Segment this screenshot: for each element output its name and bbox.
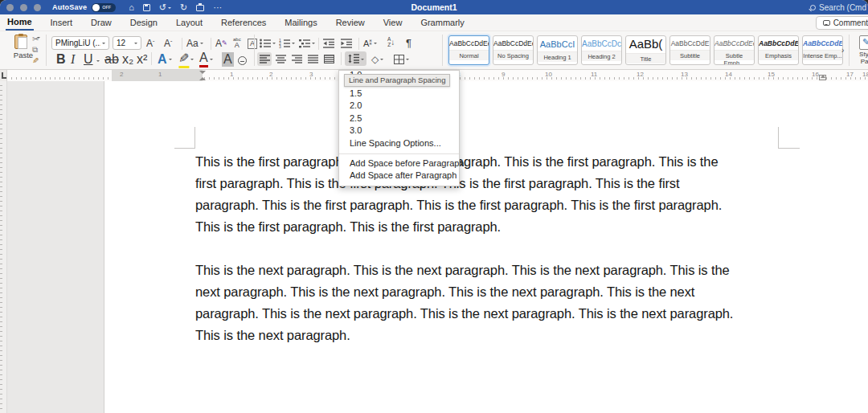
ruler-number: 13: [681, 71, 688, 78]
borders-button[interactable]: [394, 52, 409, 66]
align-center-button[interactable]: [273, 52, 288, 66]
subscript-glyph: x₂: [122, 52, 133, 67]
paragraph-next[interactable]: This is the next paragraph. This is the …: [195, 260, 733, 346]
tab-mailings[interactable]: Mailings: [283, 15, 318, 30]
ribbon: Paste ✂ ⧉ ✎ PMingLiU (... 12 Aˆ Aˇ Aa A✎: [0, 31, 868, 70]
style-heading-1[interactable]: AaBbCcI Heading 1: [537, 35, 578, 65]
sort-button[interactable]: A Z ↓: [387, 35, 395, 49]
ruler-margin-area: [112, 70, 203, 81]
phonetic-guide-button[interactable]: abc A: [233, 36, 241, 50]
document-page[interactable]: This is the first paragraph. This is the…: [104, 81, 868, 413]
bullet-list-button[interactable]: [260, 36, 276, 50]
vertical-ruler[interactable]: [0, 81, 7, 413]
font-size-select[interactable]: 12: [113, 36, 141, 50]
line-spacing-button[interactable]: [345, 51, 366, 66]
tab-references[interactable]: References: [219, 15, 268, 30]
autosave-toggle[interactable]: OFF: [92, 3, 116, 12]
font-color-button[interactable]: A: [199, 52, 213, 66]
menu-item-3-0[interactable]: 3.0: [339, 125, 459, 137]
style-subtle-emphasis[interactable]: AaBbCcDdEe Subtle Emph...: [714, 35, 755, 65]
style-sample: AaBbCcDdEe: [714, 39, 754, 47]
first-line-indent-marker[interactable]: [198, 71, 207, 80]
style-label: Emphasis: [759, 50, 798, 60]
more-styles-button[interactable]: ›: [841, 46, 844, 55]
undo-button[interactable]: ↺: [159, 3, 171, 12]
minimize-window-button[interactable]: [20, 4, 27, 11]
search-button[interactable]: Search (Cmd: [810, 0, 866, 14]
subscript-button[interactable]: x₂: [122, 52, 133, 66]
zoom-window-button[interactable]: [34, 4, 41, 11]
style-emphasis[interactable]: AaBbCcDdEe Emphasis: [758, 35, 799, 65]
character-shading-button[interactable]: A: [222, 52, 234, 66]
align-right-button[interactable]: [289, 52, 304, 66]
shading-button[interactable]: ◇: [371, 52, 383, 66]
tab-design[interactable]: Design: [129, 15, 159, 30]
search-icon: [810, 5, 816, 10]
window-controls: [6, 4, 41, 11]
style-normal[interactable]: AaBbCcDdEe Normal: [448, 35, 489, 65]
menu-item-add-space-after[interactable]: Add Space after Paragraph: [339, 170, 459, 182]
decrease-indent-button[interactable]: [323, 36, 334, 50]
menu-item-1-5[interactable]: 1.5: [339, 88, 459, 100]
style-intense-emphasis[interactable]: AaBbCcDdEe Intense Emp...: [802, 35, 843, 65]
clear-formatting-glyph: A: [215, 38, 222, 49]
style-no-spacing[interactable]: AaBbCcDdEe No Spacing: [493, 35, 534, 65]
show-paragraph-marks-button[interactable]: ¶: [406, 36, 411, 50]
styles-pane-button[interactable]: Styles Pane: [852, 35, 868, 65]
print-button[interactable]: [196, 3, 204, 11]
menu-item-2-0[interactable]: 2.0: [339, 100, 459, 112]
highlight-button[interactable]: ✎: [178, 52, 194, 66]
increase-indent-button[interactable]: [341, 36, 352, 50]
shrink-font-button[interactable]: Aˇ: [164, 36, 172, 50]
eraser-icon: ✎: [222, 39, 227, 47]
more-commands-button[interactable]: ···: [213, 3, 222, 12]
font-name-select[interactable]: PMingLiU (...: [51, 36, 109, 50]
clear-formatting-button[interactable]: A✎: [215, 36, 227, 50]
style-subtitle[interactable]: AaBbCcDdE Subtitle: [669, 35, 710, 65]
character-border-button[interactable]: A: [248, 37, 257, 51]
strikethrough-glyph: ab: [104, 52, 119, 67]
shrink-font-glyph: A: [164, 38, 170, 49]
right-indent-marker[interactable]: [819, 75, 826, 80]
style-heading-2[interactable]: AaBbCcDc Heading 2: [581, 35, 622, 65]
superscript-button[interactable]: x²: [137, 52, 147, 66]
enclose-characters-button[interactable]: [238, 54, 247, 67]
tab-layout[interactable]: Layout: [174, 15, 204, 30]
tab-insert[interactable]: Insert: [49, 15, 75, 30]
menu-item-2-5[interactable]: 2.5: [339, 112, 459, 125]
comments-button[interactable]: Comments: [816, 16, 868, 30]
tab-stop-selector[interactable]: [0, 70, 7, 81]
grow-font-button[interactable]: Aˆ: [146, 36, 154, 50]
format-painter-button[interactable]: ✎: [32, 56, 39, 65]
redo-button[interactable]: ↻: [180, 3, 187, 12]
save-icon[interactable]: [143, 4, 150, 11]
character-shading-glyph: A: [222, 52, 234, 67]
strikethrough-button[interactable]: ab: [104, 52, 119, 66]
asian-layout-button[interactable]: A ⁑: [363, 36, 377, 50]
justify-button[interactable]: [305, 52, 320, 66]
italic-button[interactable]: I: [71, 52, 75, 66]
title-bar: AutoSave OFF ⌂ ↺ ↻ ··· Document1 Search …: [0, 0, 868, 14]
bold-button[interactable]: B: [56, 52, 66, 66]
text-effects-button[interactable]: A: [158, 52, 172, 66]
numbered-list-button[interactable]: 123: [279, 36, 295, 50]
align-left-button[interactable]: [257, 52, 272, 66]
home-icon[interactable]: ⌂: [129, 3, 134, 12]
menu-item-line-spacing-options[interactable]: Line Spacing Options...: [339, 137, 459, 150]
distribute-text-button[interactable]: [321, 52, 336, 66]
cut-button[interactable]: ✂: [32, 35, 39, 43]
multilevel-list-button[interactable]: [299, 36, 315, 50]
style-title[interactable]: AaBb( Title: [625, 35, 666, 65]
style-label: No Spacing: [493, 50, 533, 60]
menu-item-add-space-before[interactable]: Add Space before Paragraph: [339, 157, 459, 170]
small-separator: [341, 52, 342, 65]
tab-draw[interactable]: Draw: [89, 15, 113, 30]
underline-button[interactable]: U: [84, 52, 93, 66]
change-case-button[interactable]: Aa: [186, 36, 203, 50]
copy-button[interactable]: ⧉: [32, 45, 39, 55]
close-window-button[interactable]: [6, 4, 14, 11]
tab-review[interactable]: Review: [334, 15, 366, 30]
tab-grammarly[interactable]: Grammarly: [419, 15, 465, 30]
tab-view[interactable]: View: [382, 15, 404, 30]
tab-home[interactable]: Home: [6, 14, 34, 31]
